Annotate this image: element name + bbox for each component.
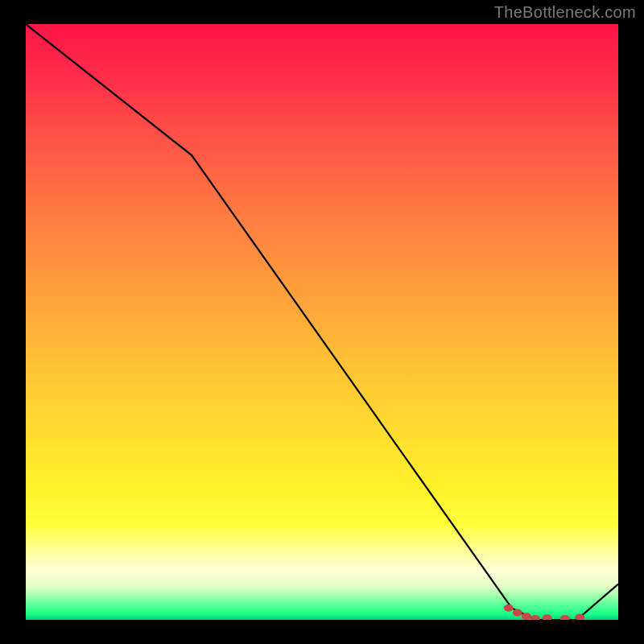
chart-marker: [560, 615, 570, 620]
chart-marker: [522, 613, 531, 620]
chart-overlay-svg: [26, 24, 618, 620]
chart-marker: [530, 615, 540, 620]
chart-marker: [504, 605, 514, 612]
chart-markers: [504, 605, 584, 620]
chart-marker: [543, 614, 552, 620]
chart-marker: [513, 609, 522, 617]
attribution-text: TheBottleneck.com: [494, 3, 636, 22]
chart-plot-area: [26, 24, 618, 620]
chart-line: [26, 24, 618, 620]
